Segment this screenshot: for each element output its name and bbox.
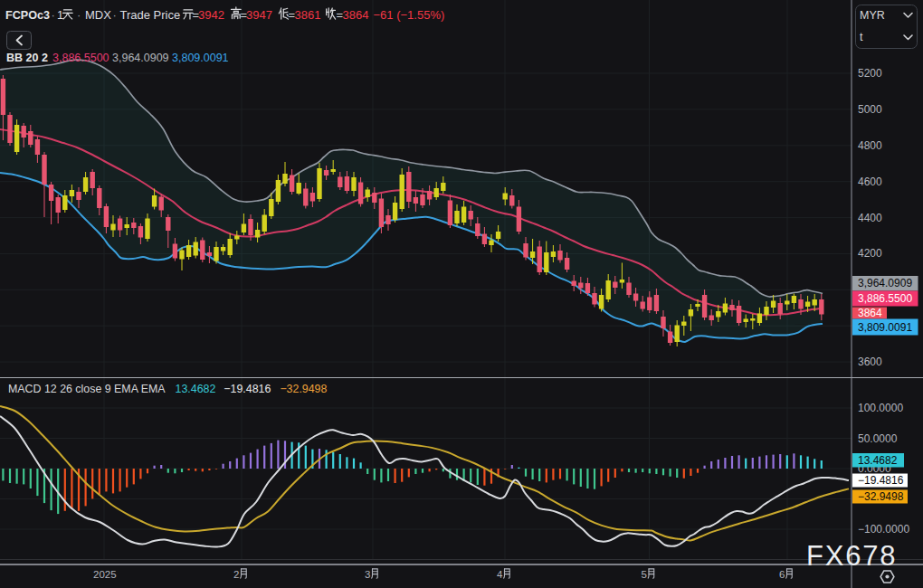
svg-text:MDX: MDX: [85, 8, 111, 22]
svg-text:4600: 4600: [858, 175, 882, 188]
svg-text:FX678: FX678: [806, 540, 897, 572]
svg-text:4: 4: [497, 569, 503, 580]
svg-text:−100.0000: −100.0000: [858, 523, 909, 536]
svg-text:·: ·: [77, 8, 81, 22]
svg-text:3942: 3942: [198, 8, 224, 22]
svg-text:4400: 4400: [858, 212, 882, 224]
svg-text:3,886.5500: 3,886.5500: [52, 52, 109, 64]
svg-text:3,886.5500: 3,886.5500: [858, 292, 912, 305]
svg-text:13.4682: 13.4682: [858, 454, 898, 467]
svg-text:3864: 3864: [343, 8, 369, 22]
svg-text:Trade Price: Trade Price: [120, 8, 181, 22]
svg-text:50.0000: 50.0000: [858, 432, 898, 445]
svg-text:100.0000: 100.0000: [858, 402, 903, 414]
svg-text:t: t: [860, 31, 863, 43]
svg-text:3: 3: [365, 569, 370, 580]
svg-text:5000: 5000: [858, 103, 882, 116]
svg-text:4200: 4200: [858, 247, 882, 260]
svg-text:FCPOc3: FCPOc3: [5, 9, 50, 22]
svg-text:·: ·: [52, 8, 55, 22]
svg-text:1: 1: [57, 8, 63, 22]
svg-text:3947: 3947: [246, 8, 272, 22]
svg-text:MYR: MYR: [860, 9, 885, 22]
svg-text:6: 6: [779, 569, 785, 580]
svg-text:2: 2: [233, 569, 239, 580]
svg-text:3,809.0091: 3,809.0091: [858, 321, 912, 334]
svg-text:3864: 3864: [858, 307, 882, 319]
svg-text:3600: 3600: [858, 356, 882, 368]
svg-text:3,809.0091: 3,809.0091: [172, 52, 229, 64]
svg-text:·: ·: [113, 8, 117, 22]
svg-text:3,964.0909: 3,964.0909: [858, 277, 912, 289]
svg-text:4800: 4800: [858, 139, 882, 152]
svg-text:2025: 2025: [93, 569, 117, 580]
svg-text:5200: 5200: [858, 67, 882, 80]
svg-text:3861: 3861: [295, 8, 321, 22]
svg-text:BB 20 2: BB 20 2: [6, 52, 48, 64]
svg-text:−19.4816: −19.4816: [858, 474, 904, 487]
svg-text:−61 (−1.55%): −61 (−1.55%): [374, 8, 445, 22]
svg-text:5: 5: [642, 569, 647, 580]
svg-text:−32.9498: −32.9498: [858, 490, 904, 503]
svg-text:3,964.0909: 3,964.0909: [112, 52, 169, 64]
